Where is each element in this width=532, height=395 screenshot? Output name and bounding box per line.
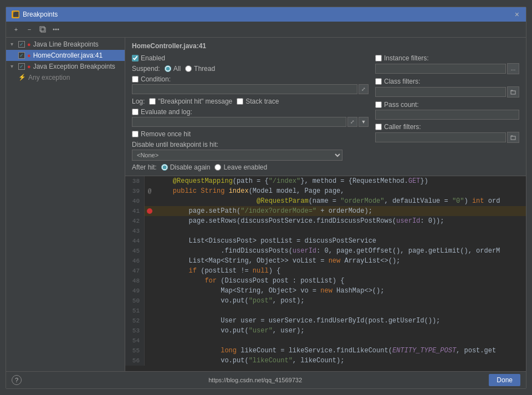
evaluate-checkbox-label[interactable]: Evaluate and log: — [132, 108, 192, 116]
instance-filters-input[interactable] — [375, 64, 506, 74]
disable-again-radio[interactable] — [161, 164, 168, 171]
remove-once-label[interactable]: Remove once hit — [132, 130, 191, 138]
instance-filters-checkbox[interactable] — [375, 55, 382, 61]
line-num-39: 39 — [125, 186, 145, 196]
copy-icon — [39, 26, 46, 33]
remove-once-checkbox[interactable] — [132, 131, 139, 137]
line-marker-56 — [145, 356, 155, 366]
pass-count-checkbox[interactable] — [375, 101, 382, 108]
evaluate-input[interactable] — [132, 117, 346, 127]
line-code-55: long likeCount = likeService.findLikeCou… — [155, 346, 496, 356]
code-line-56: 56 vo.put("likeCount", likeCount); — [125, 356, 526, 366]
close-button[interactable]: × — [514, 10, 520, 19]
bp-hit-checkbox[interactable] — [149, 98, 156, 105]
more-icon — [53, 26, 59, 33]
line-code-48: for (DiscussPost post : postList) { — [155, 276, 344, 286]
svg-rect-6 — [511, 136, 515, 140]
stack-trace-label[interactable]: Stack trace — [237, 98, 279, 105]
condition-field-row: ⤢ — [132, 84, 369, 94]
line-code-43 — [155, 226, 161, 236]
line-num-45: 45 — [125, 246, 145, 256]
pass-count-checkbox-label[interactable]: Pass count: — [375, 101, 419, 109]
enabled-checkbox[interactable] — [132, 55, 139, 61]
thread-radio[interactable] — [185, 65, 192, 72]
condition-input[interactable] — [132, 84, 357, 94]
line-num-38: 38 — [125, 176, 145, 186]
title-bar-left: ⬛ Breakpoints — [12, 11, 58, 18]
class-filters-field — [375, 86, 519, 98]
stack-trace-checkbox[interactable] — [237, 98, 243, 105]
leave-enabled-label[interactable]: Leave enabled — [214, 163, 267, 171]
caller-filters-input[interactable] — [375, 132, 506, 142]
add-button[interactable]: + — [11, 24, 22, 35]
tree-section-java-line: ▾ ✓ ● Java Line Breakpoints ✓ ● HomeCont… — [6, 38, 125, 84]
code-editor[interactable]: 38 @RequestMapping(path = {"/index"}, me… — [125, 176, 526, 371]
log-row: Log: "Breakpoint hit" message Stack trac… — [132, 98, 369, 105]
pass-count-input[interactable] — [375, 110, 519, 120]
line-num-55: 55 — [125, 346, 145, 356]
condition-expand-btn[interactable]: ⤢ — [359, 84, 369, 94]
code-line-53: 53 vo.put("user", user); — [125, 326, 526, 336]
evaluate-expand-btn[interactable]: ⤢ — [347, 117, 357, 127]
caller-filters-checkbox[interactable] — [375, 124, 382, 130]
all-radio[interactable] — [165, 65, 171, 72]
evaluate-checkbox[interactable] — [132, 109, 139, 115]
line-code-40: @RequestParam(name = "orderMode", defaul… — [155, 196, 500, 206]
evaluate-label-row: Evaluate and log: — [132, 108, 369, 116]
line-num-50: 50 — [125, 296, 145, 306]
expand-arrow-java-line: ▾ — [11, 41, 16, 47]
disable-dropdown[interactable]: <None> — [132, 150, 342, 161]
line-code-53: vo.put("user", user); — [155, 326, 304, 336]
leave-enabled-radio[interactable] — [214, 164, 221, 171]
right-col: Instance filters: ... — [375, 54, 519, 171]
line-marker-38 — [145, 176, 155, 186]
line-code-38: @RequestMapping(path = {"/index"}, metho… — [155, 176, 428, 186]
line-code-42: page.setRows(discussPostService.findDisc… — [155, 216, 444, 226]
condition-checkbox[interactable] — [132, 76, 139, 83]
class-filters-input[interactable] — [375, 87, 506, 97]
svg-point-3 — [55, 28, 57, 30]
all-radio-label[interactable]: All — [165, 65, 181, 73]
line-code-56: vo.put("likeCount", likeCount); — [155, 356, 344, 366]
suspend-row: Suspend: All Thread — [132, 65, 369, 73]
tree-item-homecontroller[interactable]: ✓ ● HomeController.java:41 — [6, 50, 125, 61]
line-num-48: 48 — [125, 276, 145, 286]
more-options-button[interactable] — [50, 24, 62, 35]
code-line-41: 41 page.setPath("/index?orderMode=" + or… — [125, 206, 526, 216]
line-num-43: 43 — [125, 226, 145, 236]
svg-rect-1 — [40, 27, 44, 31]
instance-filters-checkbox-label[interactable]: Instance filters: — [375, 54, 429, 62]
disable-again-label[interactable]: Disable again — [161, 163, 211, 171]
bp-hit-label[interactable]: "Breakpoint hit" message — [149, 98, 232, 105]
done-button[interactable]: Done — [489, 374, 520, 386]
remove-button[interactable]: − — [24, 24, 35, 35]
enabled-label[interactable]: Enabled — [132, 54, 165, 62]
class-filters-checkbox[interactable] — [375, 78, 382, 85]
svg-point-4 — [58, 28, 59, 30]
java-line-bp-label: Java Line Breakpoints — [33, 40, 99, 48]
copy-button[interactable] — [37, 24, 48, 35]
line-marker-51 — [145, 306, 155, 316]
line-code-39: public String index(Model model, Page pa… — [155, 186, 345, 196]
caller-filters-btn[interactable] — [507, 132, 519, 143]
class-filters-btn[interactable] — [507, 86, 519, 98]
tree-section-java-exception-header[interactable]: ▾ ✓ ● Java Exception Breakpoints — [6, 61, 125, 72]
condition-checkbox-label[interactable]: Condition: — [132, 75, 171, 83]
instance-filters-btn[interactable]: ... — [507, 63, 519, 74]
thread-radio-label[interactable]: Thread — [185, 65, 215, 73]
line-marker-40 — [145, 196, 155, 206]
line-code-45: .findDiscussPosts(userId: 0, page.getOff… — [155, 246, 500, 256]
help-button[interactable]: ? — [12, 375, 22, 385]
tree-section-java-line-header[interactable]: ▾ ✓ ● Java Line Breakpoints — [6, 39, 125, 50]
line-marker-42 — [145, 216, 155, 226]
evaluate-dropdown-btn[interactable]: ▼ — [359, 117, 369, 127]
caller-filters-checkbox-label[interactable]: Caller filters: — [375, 123, 421, 131]
line-code-47: if (postList != null) { — [155, 266, 280, 276]
line-marker-55 — [145, 346, 155, 356]
line-marker-48 — [145, 276, 155, 286]
line-marker-49 — [145, 286, 155, 296]
code-line-52: 52 User user = userService.findUserById(… — [125, 316, 526, 326]
class-filters-checkbox-label[interactable]: Class filters: — [375, 78, 420, 85]
code-line-44: 44 List<DiscussPost> postList = discussP… — [125, 236, 526, 246]
tree-item-any-exception[interactable]: ⚡ Any exception — [6, 72, 125, 83]
